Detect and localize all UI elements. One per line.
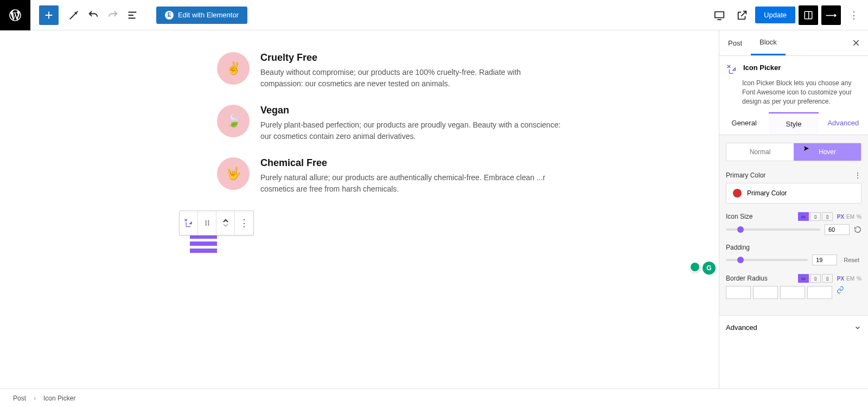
block-options-button[interactable]: ⋮ — [235, 211, 253, 235]
peace-icon: ✌ — [217, 52, 250, 85]
feature-desc: Purely natural allure; our products are … — [260, 172, 564, 195]
responsive-desktop[interactable]: ▭ — [798, 212, 809, 221]
undo-button[interactable] — [84, 5, 103, 25]
padding-label: Padding — [726, 244, 750, 251]
elementor-icon: E — [165, 11, 174, 20]
tab-block[interactable]: Block — [751, 30, 786, 55]
svg-point-5 — [205, 222, 206, 224]
svg-point-3 — [205, 220, 206, 221]
padding-slider[interactable] — [726, 259, 808, 261]
border-radius-left[interactable] — [807, 286, 832, 299]
svg-point-7 — [205, 224, 206, 225]
plugin-badge[interactable]: ⟶ — [821, 5, 841, 25]
unit-em[interactable]: EM — [846, 214, 854, 220]
feature-desc: Purely plant-based perfection; our produ… — [260, 119, 564, 142]
leaf-icon: 🍃 — [217, 105, 250, 137]
kebab-icon: ⋮ — [239, 217, 249, 229]
responsive-desktop[interactable]: ▭ — [798, 274, 809, 283]
options-menu-button[interactable]: ⋮ — [844, 5, 864, 25]
update-button[interactable]: Update — [755, 7, 795, 23]
border-radius-right[interactable] — [753, 286, 778, 299]
drag-handle[interactable] — [198, 211, 216, 235]
wp-logo[interactable] — [0, 0, 30, 30]
settings-panel-toggle[interactable] — [799, 5, 818, 25]
icon-size-input[interactable] — [825, 224, 850, 235]
kebab-icon: ⋮ — [849, 9, 859, 21]
unit-pct[interactable]: % — [857, 276, 861, 282]
editor-canvas[interactable]: ✌ Cruelty Free Beauty without compromise… — [0, 30, 719, 389]
color-swatch — [733, 189, 742, 198]
feature-title: Vegan — [260, 105, 564, 116]
block-type-button[interactable] — [180, 211, 198, 235]
tools-button[interactable] — [64, 5, 84, 25]
panel-tab-advanced[interactable]: Advanced — [819, 112, 868, 135]
breadcrumb-root[interactable]: Post — [13, 395, 26, 402]
link-values-icon[interactable] — [837, 286, 844, 299]
responsive-mobile[interactable]: ▯ — [822, 274, 833, 283]
add-block-button[interactable] — [39, 5, 59, 25]
responsive-tablet[interactable]: ▯ — [810, 274, 821, 283]
view-desktop-button[interactable] — [710, 5, 729, 25]
feature-desc: Beauty without compromise; our products … — [260, 67, 564, 90]
icon-size-slider[interactable] — [726, 228, 820, 231]
svg-point-8 — [208, 224, 209, 225]
reset-icon[interactable] — [854, 226, 861, 233]
block-toolbar: ⋮ — [179, 211, 254, 236]
grammarly-icon[interactable] — [690, 262, 700, 272]
chevron-right-icon: › — [34, 395, 36, 402]
border-radius-top[interactable] — [726, 286, 751, 299]
breadcrumb: Post › Icon Picker — [0, 389, 868, 407]
padding-reset[interactable]: Reset — [841, 256, 861, 264]
feature-item[interactable]: 🍃 Vegan Purely plant-based perfection; o… — [217, 105, 564, 142]
tab-post[interactable]: Post — [719, 31, 751, 55]
padding-input[interactable] — [812, 255, 837, 265]
svg-point-6 — [208, 222, 209, 224]
color-options-button[interactable]: ⋮ — [854, 171, 861, 180]
breadcrumb-current[interactable]: Icon Picker — [43, 395, 75, 402]
unit-px[interactable]: PX — [837, 214, 844, 220]
panel-tab-general[interactable]: General — [719, 112, 769, 135]
primary-color-picker[interactable]: Primary Color — [726, 183, 861, 204]
preview-button[interactable] — [732, 5, 752, 25]
icon-size-label: Icon Size — [726, 213, 752, 220]
state-hover[interactable]: Hover — [794, 143, 861, 161]
edit-with-elementor-button[interactable]: E Edit with Elementor — [156, 7, 247, 24]
unit-px[interactable]: PX — [837, 276, 844, 282]
border-radius-label: Border Radius — [726, 275, 768, 282]
unit-em[interactable]: EM — [846, 276, 854, 282]
hands-icon: 🤟 — [217, 157, 250, 190]
settings-sidebar: Post Block Icon Picker Icon Picker Block… — [719, 30, 868, 389]
feature-item[interactable]: 🤟 Chemical Free Purely natural allure; o… — [217, 157, 564, 195]
redo-button[interactable] — [103, 5, 123, 25]
advanced-section-toggle[interactable]: Advanced — [719, 315, 868, 339]
close-sidebar-button[interactable] — [844, 31, 868, 55]
elementor-label: Edit with Elementor — [178, 11, 239, 19]
unit-pct[interactable]: % — [857, 214, 861, 220]
icon-picker-icon — [726, 63, 738, 75]
panel-tab-style[interactable]: Style — [769, 112, 818, 135]
responsive-tablet[interactable]: ▯ — [810, 212, 821, 221]
responsive-mobile[interactable]: ▯ — [822, 212, 833, 221]
move-up-down[interactable] — [216, 211, 235, 235]
block-name: Icon Picker — [743, 63, 781, 75]
block-description: Icon Picker Block lets you choose any Fo… — [719, 79, 868, 112]
color-field-label: Primary Color — [747, 189, 787, 197]
feature-item[interactable]: ✌ Cruelty Free Beauty without compromise… — [217, 52, 564, 90]
chevron-down-icon — [854, 324, 861, 332]
feature-title: Chemical Free — [260, 157, 564, 169]
svg-point-4 — [208, 220, 209, 221]
outline-button[interactable] — [123, 5, 142, 25]
svg-rect-0 — [715, 11, 724, 17]
primary-color-label: Primary Color — [726, 171, 765, 179]
border-radius-bottom[interactable] — [780, 286, 805, 299]
state-normal[interactable]: Normal — [726, 143, 794, 161]
feature-title: Cruelty Free — [260, 52, 564, 63]
grammarly-badge[interactable]: G — [703, 262, 716, 275]
